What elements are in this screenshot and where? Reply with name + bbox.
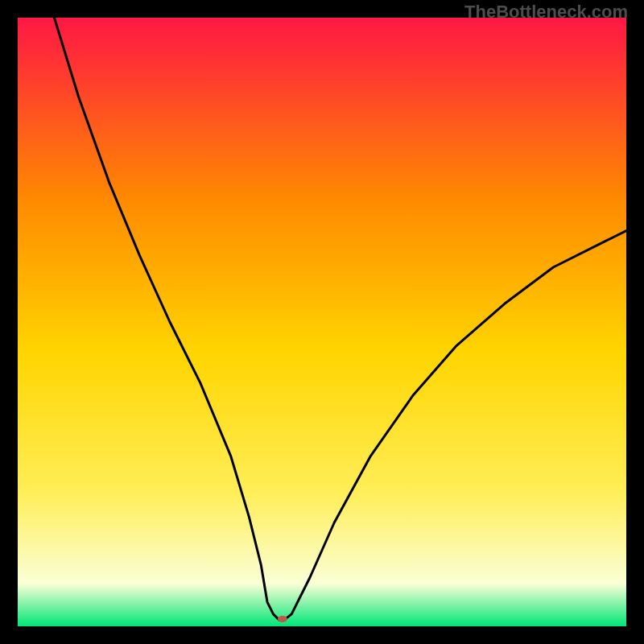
optimal-point-marker (278, 616, 287, 622)
chart-background (18, 18, 626, 626)
bottleneck-chart (0, 0, 644, 644)
chart-container: TheBottleneck.com (0, 0, 644, 644)
watermark-text: TheBottleneck.com (464, 2, 628, 23)
